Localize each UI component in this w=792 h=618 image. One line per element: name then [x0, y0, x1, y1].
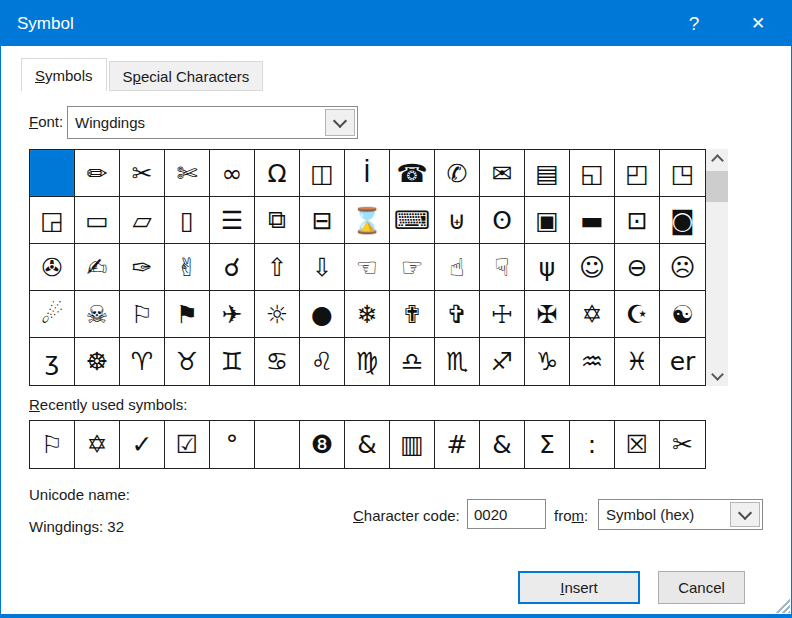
symbol-cell-pointing-left[interactable]: ☜: [345, 244, 390, 291]
symbol-grid-scrollbar[interactable]: [706, 149, 728, 386]
symbol-cell-folder[interactable]: ▭: [75, 197, 120, 244]
symbol-cell-flag[interactable]: ⚐: [120, 291, 165, 338]
symbol-cell-open-mailbox-flag-up[interactable]: ◳: [660, 150, 705, 197]
symbol-cell-airplane[interactable]: ✈: [210, 291, 255, 338]
symbol-cell-glasses[interactable]: ∞: [210, 150, 255, 197]
font-dropdown-button[interactable]: [325, 109, 355, 136]
symbol-cell-open-hand[interactable]: ψ: [525, 244, 570, 291]
symbol-cell-neutral-face[interactable]: ⊖: [615, 244, 660, 291]
symbol-cell-droplet[interactable]: ●: [300, 291, 345, 338]
symbol-cell-thumbs-down[interactable]: ⇩: [300, 244, 345, 291]
symbol-cell-ok-hand[interactable]: ☌: [210, 244, 255, 291]
symbol-cell-trackball[interactable]: ʘ: [480, 197, 525, 244]
symbol-cell-aquarius[interactable]: ♒: [570, 338, 615, 385]
symbol-cell-document[interactable]: ▯: [165, 197, 210, 244]
symbol-cell-bomb[interactable]: ☄: [30, 291, 75, 338]
symbol-cell-cancer[interactable]: ♋: [255, 338, 300, 385]
close-button[interactable]: ✕: [735, 1, 781, 46]
symbol-cell-scissors[interactable]: ✂: [120, 150, 165, 197]
symbol-cell-filing-cabinet[interactable]: ⊟: [300, 197, 345, 244]
symbol-cell-trash-can[interactable]: ▥: [390, 421, 435, 468]
symbol-cell-sigma[interactable]: Σ: [525, 421, 570, 468]
symbol-cell-scorpio[interactable]: ♏: [435, 338, 480, 385]
symbol-cell-crescent-and-star[interactable]: ☪: [615, 291, 660, 338]
symbol-cell-thumbs-up[interactable]: ⇧: [255, 244, 300, 291]
symbol-cell-mailbox-flag-up[interactable]: ◰: [615, 150, 660, 197]
symbol-cell-tape-reel[interactable]: ✇: [30, 244, 75, 291]
tab-special-characters[interactable]: Special Characters: [109, 61, 264, 91]
symbol-cell-writing-hand[interactable]: ✍: [75, 244, 120, 291]
resize-grip-icon[interactable]: [773, 596, 790, 613]
symbol-cell-capricorn[interactable]: ♑: [525, 338, 570, 385]
symbol-cell-smiley-face[interactable]: ☺: [570, 244, 615, 291]
from-dropdown-button[interactable]: [730, 502, 760, 527]
help-button[interactable]: ?: [671, 1, 717, 46]
symbol-cell-hard-disk[interactable]: ▬: [570, 197, 615, 244]
symbol-cell-hourglass[interactable]: ⌛: [345, 197, 390, 244]
symbol-cell-ballot-box-with-check[interactable]: ☑: [165, 421, 210, 468]
symbol-cell-ampersand[interactable]: &: [480, 421, 525, 468]
insert-button[interactable]: Insert: [518, 571, 640, 604]
symbol-cell-pencil[interactable]: ✏: [75, 150, 120, 197]
symbol-cell-star-of-david[interactable]: ✡: [75, 421, 120, 468]
symbol-cell-celtic-cross[interactable]: ☩: [480, 291, 525, 338]
font-combobox[interactable]: Wingdings: [67, 106, 358, 139]
symbol-cell-open-folder[interactable]: ▱: [120, 197, 165, 244]
symbol-cell-ballot-box-with-x[interactable]: ☒: [615, 421, 660, 468]
symbol-cell-black-circled-eight[interactable]: ❽: [300, 421, 345, 468]
symbol-cell-aries[interactable]: ♈: [120, 338, 165, 385]
symbol-cell-floppy-disk-5-25[interactable]: ◙: [660, 197, 705, 244]
symbol-cell-blank-space[interactable]: [255, 421, 300, 468]
symbol-cell-upper-blade-scissors[interactable]: ✄: [165, 150, 210, 197]
symbol-cell-taurus[interactable]: ♉: [165, 338, 210, 385]
symbol-cell-sun[interactable]: ☼: [255, 291, 300, 338]
symbol-cell-snowflake[interactable]: ❄: [345, 291, 390, 338]
symbol-cell-candle[interactable]: İ: [345, 150, 390, 197]
symbol-cell-check-mark[interactable]: ✓: [120, 421, 165, 468]
symbol-cell-leo[interactable]: ♌: [300, 338, 345, 385]
symbol-cell-maltese-cross[interactable]: ✠: [525, 291, 570, 338]
symbol-cell-victory-hand[interactable]: ✌: [165, 244, 210, 291]
symbol-cell-envelope[interactable]: ✉: [480, 150, 525, 197]
symbol-cell-libra[interactable]: ♎: [390, 338, 435, 385]
symbol-cell-colon[interactable]: :: [570, 421, 615, 468]
symbol-cell-bell[interactable]: Ω: [255, 150, 300, 197]
symbol-cell-floppy-disk-3-5[interactable]: ⊡: [615, 197, 660, 244]
symbol-cell-telephone[interactable]: ☎: [390, 150, 435, 197]
symbol-cell-frowning-face[interactable]: ☹: [660, 244, 705, 291]
symbol-cell-pointing-right[interactable]: ☞: [390, 244, 435, 291]
symbol-cell-latin-cross[interactable]: ✟: [390, 291, 435, 338]
symbol-cell-pointing-down[interactable]: ☟: [480, 244, 525, 291]
symbol-cell-document-with-text[interactable]: ☰: [210, 197, 255, 244]
symbol-cell-pisces[interactable]: ♓: [615, 338, 660, 385]
scrollbar-thumb[interactable]: [706, 171, 728, 202]
symbol-cell-open-book[interactable]: ◫: [300, 150, 345, 197]
symbol-cell-scissors[interactable]: ✂: [660, 421, 705, 468]
symbol-cell-phone-receiver[interactable]: ✆: [435, 150, 480, 197]
symbol-cell-er-symbol[interactable]: er: [660, 338, 705, 385]
symbol-cell-degree-sign[interactable]: °: [210, 421, 255, 468]
symbol-cell-mailbox-flag-down[interactable]: ◱: [570, 150, 615, 197]
symbol-cell-sagittarius[interactable]: ♐: [480, 338, 525, 385]
from-combobox[interactable]: Symbol (hex): [598, 499, 763, 530]
symbol-cell-pointing-up[interactable]: ☝: [435, 244, 480, 291]
symbol-cell-blank-space[interactable]: [30, 150, 75, 197]
symbol-cell-computer[interactable]: ▣: [525, 197, 570, 244]
symbol-cell-shadowed-cross[interactable]: ✞: [435, 291, 480, 338]
symbol-cell-number-sign[interactable]: #: [435, 421, 480, 468]
symbol-cell-waving-flag[interactable]: ⚑: [165, 291, 210, 338]
symbol-cell-addressed-envelope[interactable]: ▤: [525, 150, 570, 197]
symbol-cell-yin-yang[interactable]: ☯: [660, 291, 705, 338]
symbol-cell-writing-left-hand[interactable]: ✑: [120, 244, 165, 291]
symbol-cell-mouse[interactable]: ⊎: [435, 197, 480, 244]
symbol-cell-star-of-david[interactable]: ✡: [570, 291, 615, 338]
symbol-cell-virgo[interactable]: ♍: [345, 338, 390, 385]
symbol-cell-skull-and-crossbones[interactable]: ☠: [75, 291, 120, 338]
tab-symbols[interactable]: Symbols: [21, 58, 107, 91]
symbol-cell-script-ampersand[interactable]: &: [345, 421, 390, 468]
symbol-cell-document-stack[interactable]: ⧉: [255, 197, 300, 244]
symbol-cell-gemini[interactable]: ♊: [210, 338, 255, 385]
scroll-down-button[interactable]: [706, 366, 728, 386]
symbol-cell-om[interactable]: ʒ: [30, 338, 75, 385]
symbol-cell-waving-flag[interactable]: ⚐: [30, 421, 75, 468]
